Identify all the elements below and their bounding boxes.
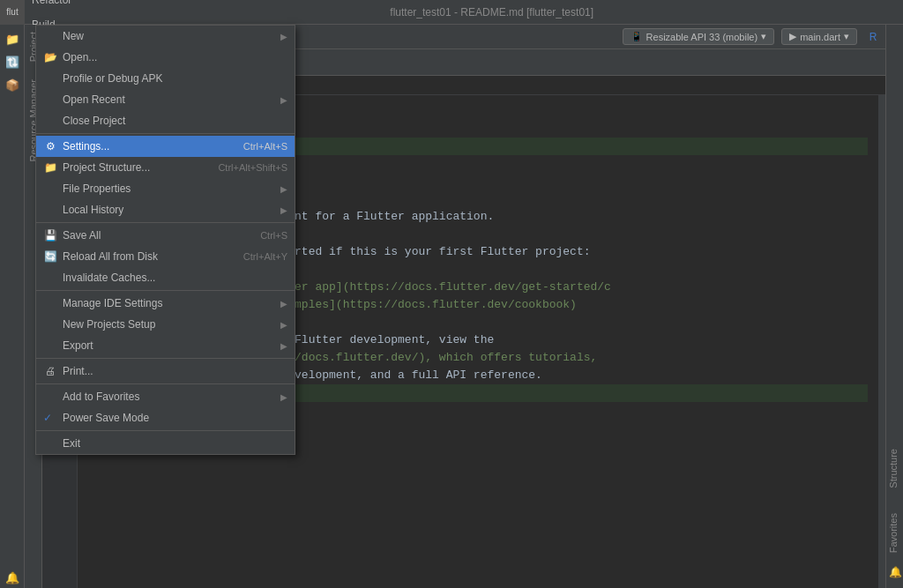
separator-2 bbox=[36, 222, 295, 223]
right-side-tabs: Structure Favorites 🔔 bbox=[885, 25, 903, 588]
menu-item-invalidate[interactable]: Invalidate Caches... bbox=[36, 267, 295, 288]
separator-5 bbox=[36, 383, 295, 384]
app-logo: flut bbox=[0, 0, 25, 25]
run-config-selector[interactable]: ▶ main.dart ▾ bbox=[781, 28, 857, 45]
power-save-check-icon: ✓ bbox=[43, 412, 57, 424]
device-chevron-icon: ▾ bbox=[761, 31, 766, 42]
run-config-label: main.dart bbox=[800, 32, 840, 42]
manage-ide-arrow-icon: ▶ bbox=[280, 299, 287, 309]
local-history-arrow-icon: ▶ bbox=[280, 205, 287, 215]
menu-item-print[interactable]: 🖨 Print... bbox=[36, 361, 295, 382]
sidebar-resource-icon[interactable]: 📦 bbox=[2, 74, 23, 95]
structure-tab-label[interactable]: Structure bbox=[886, 445, 903, 492]
project-structure-icon: 📁 bbox=[43, 161, 57, 174]
menu-item-export[interactable]: Export ▶ bbox=[36, 335, 295, 356]
menu-item-reload-all[interactable]: 🔄 Reload All from Disk Ctrl+Alt+Y bbox=[36, 246, 295, 267]
print-icon: 🖨 bbox=[43, 365, 57, 377]
menu-item-file-properties[interactable]: File Properties ▶ bbox=[36, 178, 295, 199]
new-projects-arrow-icon: ▶ bbox=[280, 320, 287, 330]
menu-item-new[interactable]: New ▶ bbox=[36, 26, 295, 47]
run-config-chevron-icon: ▾ bbox=[844, 31, 849, 42]
menu-item-profile-debug[interactable]: Profile or Debug APK bbox=[36, 68, 295, 89]
menu-item-new-projects[interactable]: New Projects Setup ▶ bbox=[36, 314, 295, 335]
menu-item-exit[interactable]: Exit bbox=[36, 433, 295, 454]
open-recent-arrow-icon: ▶ bbox=[280, 95, 287, 105]
menu-item-power-save[interactable]: ✓ Power Save Mode bbox=[36, 407, 295, 428]
file-menu-dropdown: New ▶ 📂 Open... Profile or Debug APK Ope… bbox=[35, 25, 295, 455]
open-icon: 📂 bbox=[43, 51, 57, 63]
sidebar-project-icon[interactable]: 📁 bbox=[2, 28, 23, 49]
sidebar-commit-icon[interactable]: 🔃 bbox=[2, 51, 23, 72]
menu-bar-item-refactor[interactable]: Refactor bbox=[25, 0, 80, 12]
menu-item-add-favorites[interactable]: Add to Favorites ▶ bbox=[36, 386, 295, 407]
separator-3 bbox=[36, 290, 295, 291]
sidebar-notification-icon[interactable]: 🔔 bbox=[2, 567, 23, 588]
menu-item-open-recent[interactable]: Open Recent ▶ bbox=[36, 89, 295, 110]
menu-item-manage-ide[interactable]: Manage IDE Settings ▶ bbox=[36, 293, 295, 314]
menu-item-settings[interactable]: ⚙ Settings... Ctrl+Alt+S bbox=[36, 136, 295, 157]
run-config-icon: ▶ bbox=[789, 31, 796, 42]
menu-bar: flut FileEditViewNavigateCodeRefactorBui… bbox=[0, 0, 903, 25]
save-all-icon: 💾 bbox=[43, 229, 57, 242]
separator-1 bbox=[36, 133, 295, 134]
new-arrow-icon: ▶ bbox=[280, 32, 287, 41]
reload-icon: 🔄 bbox=[43, 250, 57, 263]
device-icon: 📱 bbox=[631, 31, 643, 42]
menu-item-open[interactable]: 📂 Open... bbox=[36, 47, 295, 68]
left-sidebar: 📁 🔃 📦 🔔 bbox=[0, 25, 25, 588]
toolbar-right: 📱 Resizable API 33 (mobile) ▾ ▶ main.dar… bbox=[623, 28, 882, 46]
menu-item-local-history[interactable]: Local History ▶ bbox=[36, 199, 295, 220]
device-selector[interactable]: 📱 Resizable API 33 (mobile) ▾ bbox=[623, 28, 775, 45]
menu-item-save-all[interactable]: 💾 Save All Ctrl+S bbox=[36, 225, 295, 246]
device-label: Resizable API 33 (mobile) bbox=[646, 32, 758, 42]
file-properties-arrow-icon: ▶ bbox=[280, 184, 287, 194]
window-title: flutter_test01 - README.md [flutter_test… bbox=[80, 6, 903, 19]
add-favorites-arrow-icon: ▶ bbox=[280, 392, 287, 402]
separator-4 bbox=[36, 358, 295, 359]
favorites-tab-label[interactable]: Favorites bbox=[886, 510, 903, 556]
scrollbar[interactable] bbox=[878, 95, 885, 588]
menu-item-project-structure[interactable]: 📁 Project Structure... Ctrl+Alt+Shift+S bbox=[36, 157, 295, 178]
separator-6 bbox=[36, 430, 295, 431]
settings-icon: ⚙ bbox=[43, 140, 57, 153]
right-sidebar-icon[interactable]: 🔔 bbox=[886, 563, 903, 581]
export-arrow-icon: ▶ bbox=[280, 341, 287, 351]
menu-item-close-project[interactable]: Close Project bbox=[36, 110, 295, 131]
toolbar-run-button[interactable]: R bbox=[864, 28, 882, 46]
